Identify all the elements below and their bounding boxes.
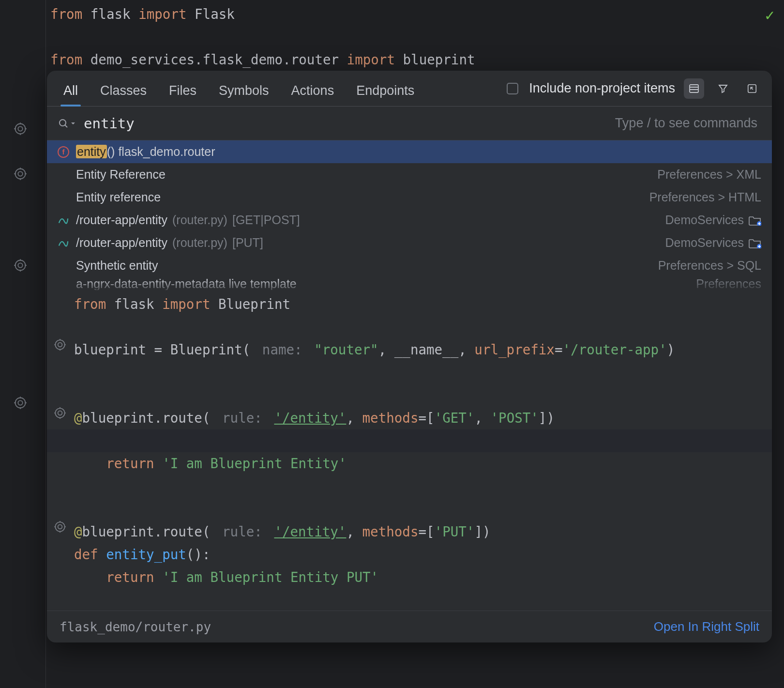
svg-point-19: [58, 411, 62, 415]
svg-point-5: [18, 263, 22, 267]
result-location: Preferences: [696, 277, 761, 290]
endpoint-gutter-icon[interactable]: [54, 520, 66, 533]
svg-point-1: [18, 126, 22, 131]
svg-point-12: [60, 120, 66, 126]
editor-code[interactable]: from flask import Flask from demo_servic…: [50, 3, 475, 71]
preview-toggle-icon[interactable]: [684, 78, 704, 99]
svg-point-20: [55, 522, 65, 532]
tab-endpoints[interactable]: Endpoints: [354, 75, 416, 106]
search-everywhere-popup: All Classes Files Symbols Actions Endpoi…: [47, 71, 772, 642]
svg-rect-8: [690, 85, 698, 92]
open-in-right-split-link[interactable]: Open In Right Split: [654, 619, 759, 634]
result-location: DemoServices: [665, 213, 761, 227]
popup-footer: flask_demo/router.py Open In Right Split: [47, 611, 772, 642]
search-row: Type / to see commands: [47, 107, 772, 140]
svg-point-4: [15, 260, 26, 271]
result-row[interactable]: Entity reference Preferences > HTML: [47, 186, 772, 209]
result-location: Preferences > SQL: [658, 259, 761, 273]
include-nonproject-checkbox[interactable]: [507, 83, 518, 94]
open-in-window-icon[interactable]: [742, 78, 762, 99]
inspections-ok-icon: ✓: [764, 8, 775, 24]
run-target-icon: [14, 167, 27, 181]
folder-icon: [749, 238, 761, 248]
result-row[interactable]: f entity() flask_demo.router: [47, 140, 772, 163]
svg-point-17: [58, 343, 62, 347]
svg-point-0: [15, 124, 26, 134]
route-icon: [56, 239, 71, 247]
result-row[interactable]: /router-app/entity (router.py) [PUT] Dem…: [47, 231, 772, 254]
run-target-icon: [14, 396, 27, 410]
preview-pane: from flask import Blueprint blueprint = …: [47, 290, 772, 600]
results-list: f entity() flask_demo.router Entity Refe…: [47, 140, 772, 290]
result-row[interactable]: Synthetic entity Preferences > SQL: [47, 254, 772, 277]
include-nonproject-label[interactable]: Include non-project items: [529, 81, 675, 96]
popup-tabbar: All Classes Files Symbols Actions Endpoi…: [47, 71, 772, 107]
filter-icon[interactable]: [713, 78, 733, 99]
run-target-icon: [14, 259, 27, 272]
popup-tabs: All Classes Files Symbols Actions Endpoi…: [61, 71, 416, 106]
svg-point-18: [55, 408, 65, 418]
endpoint-gutter-icon[interactable]: [54, 407, 66, 419]
endpoint-gutter-icon[interactable]: [54, 338, 66, 351]
svg-point-7: [18, 400, 22, 405]
svg-line-13: [65, 125, 67, 127]
tab-files[interactable]: Files: [167, 75, 198, 106]
tab-symbols[interactable]: Symbols: [217, 75, 271, 106]
editor-gutter: [0, 0, 46, 688]
svg-point-16: [55, 340, 65, 350]
result-location: Preferences > HTML: [649, 190, 761, 204]
function-icon: f: [56, 146, 71, 158]
svg-point-6: [15, 398, 26, 408]
tab-actions[interactable]: Actions: [289, 75, 336, 106]
search-input[interactable]: [84, 115, 615, 132]
tab-all[interactable]: All: [61, 75, 80, 106]
preview-file-path: flask_demo/router.py: [60, 620, 211, 634]
result-location: DemoServices: [665, 236, 761, 250]
run-target-icon: [14, 122, 27, 136]
result-row[interactable]: /router-app/entity (router.py) [GET|POST…: [47, 209, 772, 231]
svg-point-2: [15, 169, 26, 179]
folder-icon: [749, 215, 761, 226]
result-row[interactable]: Entity Reference Preferences > XML: [47, 163, 772, 186]
route-icon: [56, 216, 71, 224]
result-location: Preferences > XML: [657, 168, 761, 182]
search-icon: [58, 118, 76, 129]
svg-point-3: [18, 171, 22, 176]
svg-point-21: [58, 525, 62, 529]
result-row[interactable]: a-ngrx-data-entity-metadata live templat…: [47, 277, 772, 290]
tab-classes[interactable]: Classes: [98, 75, 149, 106]
search-hint: Type / to see commands: [615, 116, 757, 131]
